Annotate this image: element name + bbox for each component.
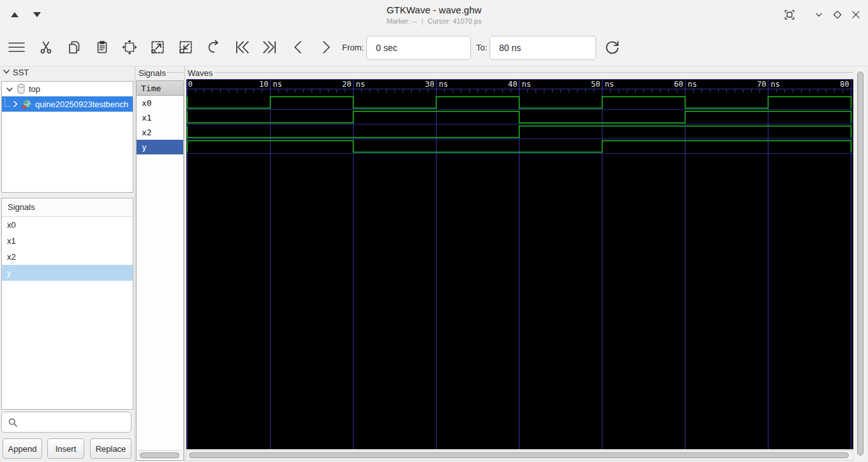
float-toggle-button[interactable] [830,8,844,22]
frame-line [215,72,853,73]
zoom-in-button[interactable] [148,38,167,57]
expander-chevron-icon [3,68,10,77]
svg-text:50: 50 [591,80,600,89]
wave-canvas[interactable]: 010ns20ns30ns40ns50ns60ns70ns80ns [186,79,853,449]
svg-text:0: 0 [188,80,193,89]
signal-name-box: Time x0 x1 x2 y [136,80,184,461]
window-menu-button[interactable] [812,8,826,22]
expander-chevron-right-icon[interactable] [11,100,19,108]
wave-panel: Waves 010ns20ns30ns40ns50ns60ns70ns80ns [185,66,855,462]
svg-text:ns: ns [605,80,614,89]
marker-status: Marker: -- [387,17,417,25]
reload-icon [603,38,621,58]
triangle-up-icon [10,11,20,20]
from-input[interactable] [366,36,471,60]
copy-icon [66,40,82,57]
replace-button[interactable]: Replace [90,438,131,459]
tree-item-label: top [29,84,40,94]
tree-item-testbench[interactable]: quine20250923testbench [2,96,133,112]
to-end-icon [262,39,278,57]
next-edge-button[interactable] [317,38,336,57]
zoom-out-icon [177,39,194,57]
module-cylinder-icon [17,84,26,94]
insert-button[interactable]: Insert [47,438,84,459]
list-item-y[interactable]: y [2,265,133,281]
zoom-fit-icon [121,39,138,57]
svg-text:30: 30 [425,80,434,89]
scrollbar-thumb[interactable] [140,452,179,458]
undo-arrow-icon [206,39,222,57]
scrollbar-thumb[interactable] [857,71,864,456]
svg-text:70: 70 [757,80,766,89]
wave-vscrollbar[interactable] [855,68,865,461]
signals-column-header[interactable]: Signals [2,198,133,217]
chevron-right-icon [318,39,334,57]
zoom-undo-button[interactable] [204,38,223,57]
reload-button[interactable] [602,38,622,57]
paste-icon [94,40,110,57]
signals-frame-label: Signals [138,68,166,78]
window-down-button[interactable] [30,8,44,22]
signal-name-hscrollbar[interactable] [137,450,183,459]
cut-button[interactable] [36,38,56,57]
signal-name-y[interactable]: y [137,140,183,154]
chevron-left-icon [290,39,306,57]
copy-button[interactable] [64,38,84,57]
to-input[interactable] [490,36,596,60]
zoom-out-button[interactable] [176,38,195,57]
append-button[interactable]: Append [3,438,42,459]
close-icon [850,9,862,22]
waves-frame-label: Waves [188,68,213,78]
signal-search-list: Signals x0 x1 x2 y [1,198,133,410]
status-line: Marker: --|Cursor: 41070 ps [0,17,868,25]
list-item-x2[interactable]: x2 [2,249,133,265]
diamond-icon [832,9,843,22]
waveform-plot: 010ns20ns30ns40ns50ns60ns70ns80ns [186,79,853,449]
sst-expander[interactable]: SST [3,68,29,77]
zoom-fit-button[interactable] [120,38,139,57]
to-label: To: [476,43,487,52]
from-label: From: [342,43,364,52]
sst-splitter[interactable] [135,66,135,462]
svg-text:80: 80 [840,80,849,89]
to-start-button[interactable] [232,38,251,57]
to-end-button[interactable] [260,38,280,57]
expander-chevron-icon[interactable] [6,86,13,93]
paste-button[interactable] [93,38,112,57]
list-item-x1[interactable]: x1 [2,233,133,249]
close-button[interactable] [849,8,863,22]
svg-text:ns: ns [688,80,697,89]
fullscreen-icon [783,8,796,23]
svg-text:60: 60 [674,80,683,89]
signal-name-x2[interactable]: x2 [137,125,183,140]
prev-edge-button[interactable] [288,38,308,57]
svg-text:ns: ns [356,80,365,89]
time-header[interactable]: Time [137,81,183,96]
list-item-x0[interactable]: x0 [2,217,133,233]
window-up-button[interactable] [8,8,22,22]
tree-item-label: quine20250923testbench [35,100,128,109]
signal-name-x1[interactable]: x1 [137,110,183,125]
titlebar: GTKWave - wave.ghw Marker: --|Cursor: 41… [0,0,868,29]
tree-guide-line [4,98,10,107]
svg-text:10: 10 [259,80,268,89]
signal-name-column: Signals Time x0 x1 x2 y [136,66,184,462]
zoom-in-icon [149,39,166,57]
sst-label: SST [13,68,29,77]
menu-button[interactable] [7,38,26,57]
cut-icon [38,40,54,57]
fullscreen-button[interactable] [782,8,797,22]
search-input[interactable] [22,412,135,432]
svg-text:20: 20 [342,80,351,89]
signal-name-x0[interactable]: x0 [137,96,183,110]
sst-tree: top quine20250923testbench [1,81,133,193]
triangle-down-icon [32,11,42,20]
wave-hscrollbar[interactable] [186,451,853,461]
tree-item-top[interactable]: top [2,82,133,96]
search-icon [8,417,18,428]
scrollbar-thumb[interactable] [189,452,849,458]
svg-text:ns: ns [273,80,282,89]
hamburger-menu-icon [8,40,26,57]
to-start-icon [234,39,250,57]
chevron-down-icon [813,9,825,22]
